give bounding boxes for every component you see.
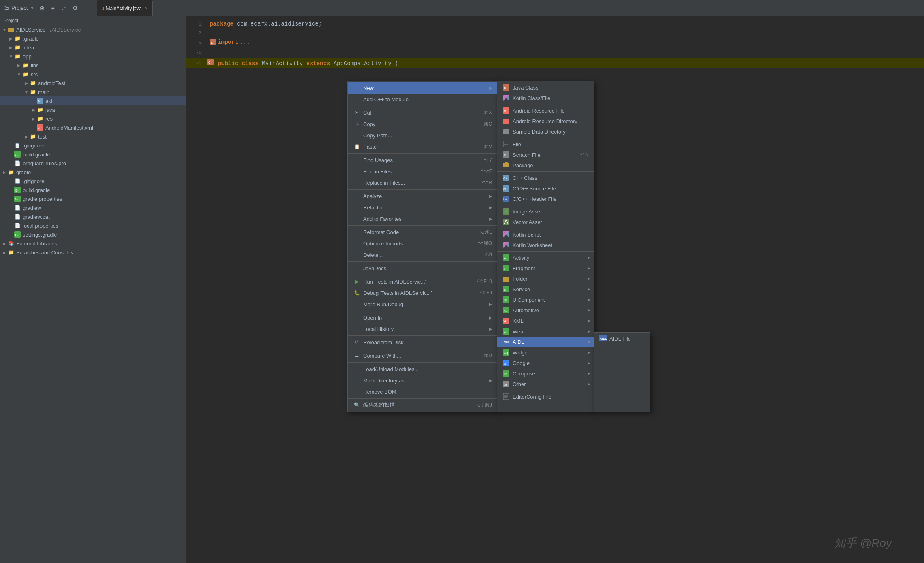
tree-scratches[interactable]: ▶ 📁 Scratches and Consoles: [0, 248, 186, 257]
submenu-item-file[interactable]: File: [497, 139, 594, 149]
main-layout: Project ▼ AIDLService ~/AIDLService ▶ 📁 …: [0, 16, 924, 563]
submenu-item-cpp-header[interactable]: h+ C/C++ Header File: [497, 194, 594, 204]
menu-item-add-favorites[interactable]: Add to Favorites ▶: [348, 213, 497, 224]
tree-main[interactable]: ▼ 📁 main: [0, 87, 186, 96]
menu-item-copy-path[interactable]: Copy Path...: [348, 130, 497, 141]
submenu-item-aidl[interactable]: AIDL AIDL: [497, 337, 594, 347]
submenu-item-cpp-source[interactable]: c++ C/C++ Source File: [497, 183, 594, 194]
menu-item-javadocs[interactable]: JavaDocs: [348, 262, 497, 274]
svg-text:G: G: [15, 188, 18, 192]
submenu-item-service[interactable]: S Service: [497, 284, 594, 294]
submenu-item-widget[interactable]: Wg Widget: [497, 347, 594, 358]
tree-test[interactable]: ▶ 📁 test: [0, 132, 186, 141]
menu-item-compare-with[interactable]: ⇄ Compare With... ⌘D: [348, 350, 497, 361]
toolbar-icon-settings[interactable]: ⚙: [71, 4, 79, 12]
tree-build-gradle-app[interactable]: G build.gradle: [0, 150, 186, 159]
toolbar-icon-globe[interactable]: ⊕: [38, 4, 46, 12]
tree-gradlew-bat[interactable]: 📄 gradlew.bat: [0, 212, 186, 221]
toolbar-icon-list[interactable]: ≡: [49, 4, 56, 12]
tab-close-button[interactable]: ×: [145, 6, 147, 11]
submenu-item-xml[interactable]: XML XML: [497, 316, 594, 326]
menu-item-mark-directory[interactable]: Mark Directory as ▶: [348, 375, 497, 386]
tree-gitignore-app[interactable]: 📄 .gitignore: [0, 141, 186, 150]
submenu-item-other[interactable]: Ot Other: [497, 379, 594, 389]
tree-gradle-properties[interactable]: G gradle.properties: [0, 194, 186, 203]
menu-item-delete[interactable]: Delete... ⌫: [348, 249, 497, 260]
tree-gradle-dir[interactable]: ▶ 📁 gradle: [0, 168, 186, 177]
menu-item-run-tests[interactable]: ▶ Run 'Tests in AIDLServic...' ^⇧F10: [348, 276, 497, 287]
tree-local-properties[interactable]: 📄 local.properties: [0, 221, 186, 230]
tree-src[interactable]: ▼ 📁 src: [0, 70, 186, 79]
submenu-item-sample-data-dir[interactable]: Sample Data Directory: [497, 126, 594, 137]
folder-icon: 📁: [14, 35, 21, 42]
menu-item-find-usages[interactable]: Find Usages ^F7: [348, 154, 497, 166]
tree-java[interactable]: ▶ 📁 java: [0, 105, 186, 114]
menu-item-remove-bom[interactable]: Remove BOM: [348, 386, 497, 397]
tree-external-libs[interactable]: ▶ 📚 External Libraries: [0, 239, 186, 248]
submenu-item-label: Folder: [513, 276, 528, 282]
tree-gradlew[interactable]: 📄 gradlew: [0, 203, 186, 212]
menu-item-paste[interactable]: 📋 Paste ⌘V: [348, 141, 497, 152]
toolbar-icon-minimize[interactable]: –: [83, 4, 89, 12]
toolbar-icon-sync[interactable]: ⇌: [60, 4, 68, 12]
menu-item-open-in[interactable]: Open In ▶: [348, 312, 497, 323]
menu-item-code-scan[interactable]: 🔍 编码规约扫描 ⌥⇧⌘J: [348, 399, 497, 411]
submenu-item-activity[interactable]: A Activity: [497, 252, 594, 263]
submenu-item-java-class[interactable]: C Java Class: [497, 82, 594, 93]
menu-item-new[interactable]: New ▶: [348, 82, 497, 94]
menu-item-reload[interactable]: ↺ Reload from Disk: [348, 337, 497, 348]
menu-item-analyze[interactable]: Analyze ▶: [348, 190, 497, 202]
submenu-item-scratch-file[interactable]: S Scratch File ^⇧N: [497, 149, 594, 160]
tree-idea[interactable]: ▶ 📁 .idea: [0, 43, 186, 52]
submenu-item-uicomponent[interactable]: UI UiComponent: [497, 294, 594, 305]
menu-item-reformat[interactable]: Reformat Code ⌥⌘L: [348, 226, 497, 238]
tree-libs[interactable]: ▶ 📁 libs: [0, 61, 186, 70]
menu-item-add-cpp[interactable]: Add C++ to Module: [348, 94, 497, 105]
tree-aidl[interactable]: A aidl: [0, 96, 186, 105]
submenu-item-folder[interactable]: Folder: [497, 273, 594, 284]
menu-item-optimize-imports[interactable]: Optimize Imports ⌥⌘O: [348, 238, 497, 249]
submenu-item-wear[interactable]: W Wear: [497, 326, 594, 337]
menu-item-debug-tests[interactable]: 🐛 Debug 'Tests in AIDLServic...' ^⇧F9: [348, 287, 497, 299]
third-menu-item-aidl-file[interactable]: AIDL AIDL File: [594, 333, 650, 344]
submenu-sep: [497, 104, 594, 104]
tab-main-activity[interactable]: J MainActivity.java ×: [97, 0, 152, 16]
tree-root[interactable]: ▼ AIDLService ~/AIDLService: [0, 25, 186, 34]
tree-build-gradle-root[interactable]: G build.gradle: [0, 186, 186, 194]
submenu-item-android-res-dir[interactable]: Android Resource Directory: [497, 116, 594, 126]
tree-androidtest[interactable]: ▶ 📁 androidTest: [0, 79, 186, 87]
submenu-item-label: Kotlin Worksheet: [513, 242, 552, 248]
submenu-item-automotive[interactable]: Au Automotive: [497, 305, 594, 316]
menu-item-cut[interactable]: ✂ Cut ⌘X: [348, 107, 497, 118]
submenu-item-kotlin-script[interactable]: Kotlin Script: [497, 229, 594, 240]
submenu-item-package[interactable]: Package: [497, 160, 594, 171]
tree-settings-gradle[interactable]: G settings.gradle: [0, 230, 186, 239]
submenu-item-android-res-file[interactable]: R Android Resource File: [497, 105, 594, 116]
tree-gradle[interactable]: ▶ 📁 .gradle: [0, 34, 186, 43]
tree-gitignore-root[interactable]: 📄 .gitignore: [0, 177, 186, 186]
submenu-item-image-asset[interactable]: Image Asset: [497, 206, 594, 217]
menu-item-load-unload[interactable]: Load/Unload Modules...: [348, 363, 497, 375]
tree-manifest[interactable]: M AndroidManifest.xml: [0, 123, 186, 132]
menu-item-local-history[interactable]: Local History ▶: [348, 323, 497, 335]
submenu-item-google[interactable]: G Google: [497, 358, 594, 368]
submenu-item-kotlin-class[interactable]: Kotlin Class/File: [497, 93, 594, 103]
tree-arrow: ▶: [2, 170, 7, 175]
submenu-item-label: EditorConfig File: [513, 394, 551, 400]
submenu-item-cpp-class[interactable]: C+ C++ Class: [497, 173, 594, 183]
menu-item-find-in-files[interactable]: Find in Files... ^⌥F: [348, 166, 497, 177]
tree-arrow-root: ▼: [2, 28, 7, 32]
submenu-item-kotlin-worksheet[interactable]: Kotlin Worksheet: [497, 240, 594, 250]
submenu-item-editor-config[interactable]: EditorConfig File: [497, 391, 594, 402]
submenu-item-fragment[interactable]: F Fragment: [497, 263, 594, 273]
menu-item-replace-in-files[interactable]: Replace in Files... ^⌥R: [348, 177, 497, 188]
submenu-item-compose[interactable]: Co Compose: [497, 368, 594, 379]
menu-item-refactor[interactable]: Refactor ▶: [348, 202, 497, 213]
tree-app[interactable]: ▼ 📁 app: [0, 52, 186, 61]
dropdown-arrow[interactable]: ▼: [30, 6, 34, 10]
tree-res[interactable]: ▶ 📁 res: [0, 114, 186, 123]
submenu-item-vector-asset[interactable]: Vector Asset: [497, 217, 594, 227]
tree-proguard[interactable]: 📄 proguard-rules.pro: [0, 159, 186, 168]
menu-item-copy[interactable]: ⎘ Copy ⌘C: [348, 118, 497, 130]
menu-item-more-run-debug[interactable]: More Run/Debug ▶: [348, 299, 497, 310]
